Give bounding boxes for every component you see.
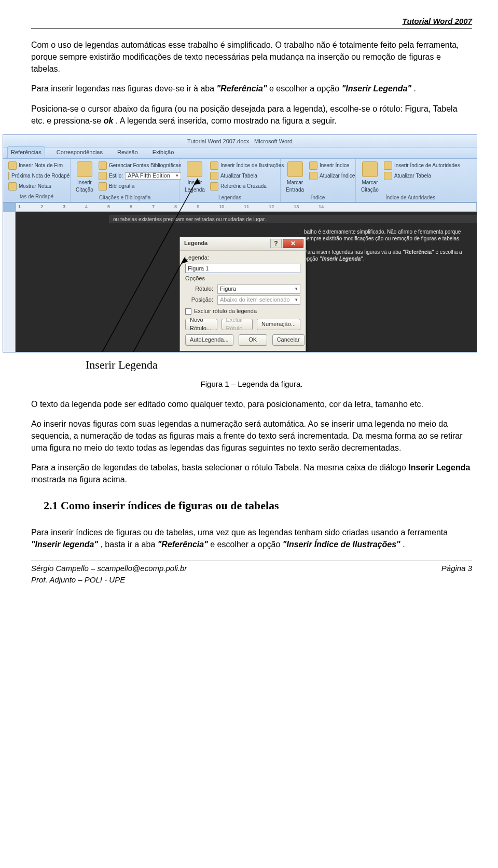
tab-exibicao[interactable]: Exibição — [149, 147, 177, 158]
rotulo-select[interactable]: Figura▾ — [217, 284, 300, 294]
next-footnote-icon — [8, 172, 9, 180]
field-label: Rótulo: — [185, 285, 213, 293]
ribbon-cmd[interactable]: Atualizar Índice — [309, 172, 355, 180]
text: "Referência" — [158, 540, 208, 549]
footer-page: Página 3 — [441, 563, 472, 586]
insert-toa-icon — [384, 161, 392, 170]
numeracao-button[interactable]: Numeração... — [257, 319, 300, 330]
posicao-select: Abaixo do item selecionado▾ — [217, 295, 300, 305]
text: Para a inserção de legendas de tabelas, … — [31, 463, 408, 472]
update-toa-icon — [384, 172, 392, 180]
ribbon-cmd-inserir-legenda[interactable]: Inserir Legenda — [185, 179, 205, 194]
text: e escolher a opção — [269, 84, 342, 93]
paragraph: Posiciona-se o cursor abaixo da figura (… — [31, 103, 472, 127]
excluir-rotulo-button: Excluir Rótulo — [222, 319, 253, 330]
update-table-icon — [210, 172, 218, 180]
page-footer: Sérgio Campello – scampello@ecomp.poli.b… — [31, 561, 472, 586]
group-label: Índice de Autoridades — [361, 194, 460, 202]
text: Inserir Legenda — [408, 463, 470, 472]
field-label: Posição: — [185, 296, 213, 304]
style-icon — [99, 172, 107, 180]
window-titlebar: Tutorial Word 2007.docx - Microsoft Word — [3, 135, 477, 147]
ribbon-cmd[interactable]: Próxima Nota de Rodapé — [8, 172, 65, 180]
page-header: Tutorial Word 2007 — [31, 16, 472, 29]
legenda-input[interactable]: Figura 1 — [185, 264, 300, 273]
ribbon-cmd[interactable]: Bibliografia — [99, 182, 182, 191]
callout-label: Inserir Legenda — [86, 357, 472, 373]
paragraph: Ao inserir novas figuras com suas legend… — [31, 418, 472, 454]
excluir-checkbox[interactable] — [185, 308, 191, 315]
document-text: balho é extremamente simplificado. Não a… — [304, 228, 475, 262]
show-notes-icon — [8, 182, 17, 191]
footer-author: Sérgio Campello – scampello@ecomp.poli.b… — [31, 563, 187, 574]
mark-citation-icon[interactable] — [362, 161, 378, 177]
paragraph: Para inserir legendas nas figuras deve-s… — [31, 83, 472, 94]
insert-caption-icon[interactable] — [187, 161, 202, 177]
text: "Inserir Índice de Ilustrações" — [283, 540, 400, 549]
text: e escolher a opção — [210, 540, 283, 549]
ribbon-cmd[interactable]: Inserir Índice de Autoridades — [384, 161, 460, 170]
text: "Inserir legenda" — [31, 540, 98, 549]
ribbon-cmd[interactable]: Marcar Entrada — [286, 179, 304, 194]
paragraph: O texto da legenda pode ser editado como… — [31, 398, 472, 410]
paragraph: Para inserir índices de figuras ou de ta… — [31, 526, 472, 550]
group-label: tas de Rodapé — [8, 193, 65, 201]
legenda-dialog: Legenda ? ✕ Legenda: Figura 1 Opções Rót… — [179, 237, 306, 351]
cross-ref-icon — [210, 182, 218, 191]
insert-citation-icon[interactable] — [77, 161, 92, 177]
ribbon-cmd[interactable]: Atualizar Tabela — [384, 172, 460, 180]
ribbon-cmd[interactable]: Inserir Índice de Ilustrações — [210, 161, 284, 170]
ribbon-cmd[interactable]: Mostrar Notas — [8, 182, 65, 191]
ribbon-cmd[interactable]: Inserir Nota de Fim — [8, 161, 65, 170]
autolegenda-button[interactable]: AutoLegenda... — [185, 334, 233, 346]
mark-entry-icon[interactable] — [287, 161, 303, 177]
group-label: Índice — [286, 194, 350, 202]
ribbon-cmd[interactable]: Inserir Índice — [309, 161, 355, 170]
group-label: Legendas — [185, 194, 275, 202]
text: Para inserir índices de figuras ou de ta… — [31, 528, 448, 537]
insert-index-icon — [309, 161, 317, 170]
tab-referencias[interactable]: Referências — [7, 146, 45, 158]
ribbon-cmd[interactable]: Marcar Citação — [361, 179, 379, 194]
text: mostrada na figura acima. — [31, 475, 127, 484]
vertical-ruler — [3, 212, 16, 352]
insert-tof-icon — [210, 161, 218, 170]
text: "Referência" — [217, 84, 267, 93]
text: "Inserir Legenda" — [342, 84, 411, 93]
ribbon-cmd[interactable]: Gerenciar Fontes Bibliográficas — [99, 161, 182, 170]
help-button[interactable]: ? — [270, 239, 282, 248]
field-label: Legenda: — [185, 254, 300, 262]
ok-button[interactable]: OK — [239, 334, 267, 346]
section-label: Opções — [185, 275, 300, 283]
text: . A legenda será inserida, como mostrado… — [116, 116, 337, 125]
section-heading: 2.1 Como inserir índices de figuras ou d… — [44, 497, 472, 514]
cancelar-button[interactable]: Cancelar — [272, 334, 305, 346]
style-select[interactable]: APA Fifth Edition▾ — [125, 172, 181, 180]
paragraph: Para a inserção de legendas de tabelas, … — [31, 462, 472, 485]
bibliography-icon — [99, 182, 107, 191]
novo-rotulo-button[interactable]: Novo Rótulo... — [185, 319, 217, 330]
ribbon-cmd[interactable]: Inserir Citação — [76, 179, 93, 194]
ribbon-cmd[interactable]: Atualizar Tabela — [210, 172, 284, 180]
close-button[interactable]: ✕ — [283, 239, 303, 248]
ribbon: Inserir Nota de Fim Próxima Nota de Roda… — [3, 159, 477, 202]
screenshot-container: Tutorial Word 2007.docx - Microsoft Word… — [3, 134, 477, 352]
ribbon-tabs: Referências Correspondências Revisão Exi… — [3, 147, 477, 159]
dialog-titlebar: Legenda ? ✕ — [180, 237, 306, 251]
text: ok — [104, 116, 114, 125]
document-text: ou tabelas existentes precisam ser retir… — [109, 215, 477, 223]
text: , basta ir a aba — [100, 540, 157, 549]
figure-caption: Figura 1 – Legenda da figura. — [31, 378, 472, 390]
tab-revisao[interactable]: Revisão — [114, 147, 141, 158]
word-screenshot: Tutorial Word 2007.docx - Microsoft Word… — [3, 134, 477, 352]
tab-correspondencias[interactable]: Correspondências — [53, 147, 106, 158]
paragraph: Com o uso de legendas automáticas esse t… — [31, 39, 472, 75]
manage-sources-icon — [99, 161, 107, 170]
footnote-icon — [8, 161, 17, 170]
ribbon-cmd[interactable]: Referência Cruzada — [210, 182, 284, 191]
checkbox-label: Excluir rótulo da legenda — [194, 307, 257, 316]
dialog-title: Legenda — [184, 239, 208, 248]
text: Para inserir legendas nas figuras deve-s… — [31, 84, 217, 93]
ribbon-cmd[interactable]: Estilo: APA Fifth Edition▾ — [99, 172, 182, 180]
footer-role: Prof. Adjunto – POLI - UPE — [31, 574, 187, 586]
